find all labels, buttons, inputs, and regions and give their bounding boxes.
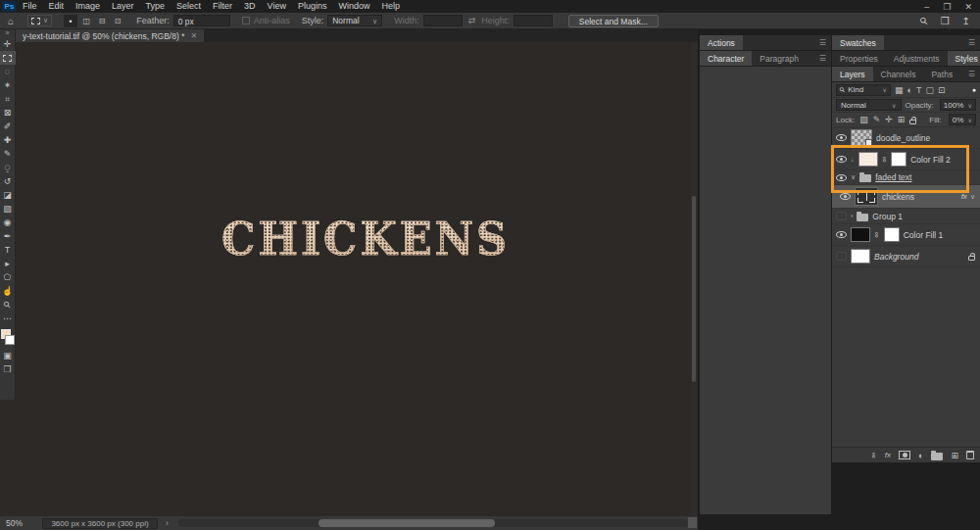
filter-toggle-icon[interactable]: ● (972, 86, 976, 93)
menu-type[interactable]: Type (140, 0, 172, 13)
minimize-button[interactable]: – (924, 2, 929, 12)
pen-tool[interactable]: ✒ (0, 229, 16, 243)
hand-tool[interactable]: ☝ (0, 284, 16, 298)
filter-adjustment-layers-icon[interactable]: ◐ (907, 85, 912, 95)
subtract-from-selection-button[interactable]: ⊟ (95, 15, 109, 27)
eyedropper-tool[interactable]: ✐ (0, 120, 16, 133)
zoom-tool[interactable]: ⚲ (0, 298, 16, 312)
mask-thumbnail[interactable] (891, 152, 906, 167)
filter-type-layers-icon[interactable]: T (916, 85, 922, 95)
adjustment-layer-icon[interactable]: ◐ (918, 451, 923, 460)
zoom-level-field[interactable]: 50% (0, 518, 28, 528)
filter-pixel-layers-icon[interactable]: ▦ (895, 85, 904, 95)
layer-row-background[interactable]: Background (832, 246, 980, 267)
layer-thumbnail[interactable] (851, 249, 870, 264)
layer-filter-kind-select[interactable]: ⚲ Kind ∨ (836, 84, 891, 96)
layer-name[interactable]: faded text (875, 172, 911, 182)
layer-name[interactable]: doodle_outline (876, 133, 930, 143)
menu-image[interactable]: Image (70, 0, 106, 13)
layer-name[interactable]: Color Fill 1 (904, 230, 944, 240)
menu-select[interactable]: Select (171, 0, 207, 13)
layer-row-color-fill-2[interactable]: ↓ ∞ Color Fill 2 (832, 149, 980, 170)
tab-styles[interactable]: Styles (948, 51, 980, 66)
object-selection-tool[interactable]: ✶ (0, 78, 16, 92)
layer-name[interactable]: Group 1 (872, 212, 903, 221)
workspace-icon[interactable]: ❐ (941, 16, 950, 26)
background-color-swatch[interactable] (5, 335, 15, 345)
smart-object-thumbnail[interactable] (855, 187, 878, 206)
filter-shape-layers-icon[interactable]: ▢ (925, 85, 934, 95)
menu-filter[interactable]: Filter (207, 0, 238, 13)
shape-tool[interactable]: ⬠ (0, 270, 16, 284)
crop-tool[interactable]: ⌗ (0, 92, 16, 106)
home-icon[interactable]: ⌂ (8, 16, 14, 26)
layer-row-group-1[interactable]: › Group 1 (832, 209, 980, 224)
panel-menu-icon[interactable]: ☰ (819, 35, 831, 50)
toolbar-expand-toggle[interactable]: » (6, 29, 10, 37)
menu-file[interactable]: File (17, 0, 43, 13)
add-to-selection-button[interactable]: ◫ (79, 15, 93, 27)
edit-toolbar-button[interactable]: ⋯ (0, 312, 16, 325)
search-icon[interactable]: ⚲ (917, 15, 930, 27)
tab-properties[interactable]: Properties (832, 51, 886, 66)
rectangular-marquee-tool[interactable] (0, 51, 16, 65)
new-layer-icon[interactable]: ⊞ (951, 451, 958, 460)
add-mask-icon[interactable] (899, 451, 910, 459)
dodge-tool[interactable]: ◉ (0, 216, 16, 229)
lasso-tool[interactable]: ◌ (0, 65, 16, 78)
panel-menu-icon[interactable]: ☰ (819, 51, 831, 66)
style-select[interactable]: Normal ∨ (327, 15, 382, 26)
delete-layer-icon[interactable] (966, 451, 974, 459)
tab-actions[interactable]: Actions (700, 35, 743, 50)
lock-all-icon[interactable] (909, 120, 916, 124)
fill-thumbnail[interactable] (851, 227, 870, 242)
fill-thumbnail[interactable] (858, 152, 878, 167)
gradient-tool[interactable]: ▧ (0, 202, 16, 216)
visibility-eye-empty[interactable] (836, 252, 847, 261)
history-brush-tool[interactable]: ↺ (0, 174, 16, 188)
layer-row-color-fill-1[interactable]: ∞ Color Fill 1 (832, 224, 980, 246)
layer-row-chickens[interactable]: chickens fx∨ (832, 185, 980, 209)
layer-thumbnail[interactable] (851, 129, 872, 146)
new-group-icon[interactable] (931, 453, 943, 460)
brush-tool[interactable]: ✎ (0, 147, 16, 161)
fx-chevron-icon[interactable]: ∨ (970, 193, 975, 201)
visibility-eye-icon[interactable] (836, 156, 847, 163)
tab-adjustments[interactable]: Adjustments (886, 51, 948, 66)
menu-plugins[interactable]: Plugins (292, 0, 333, 13)
layer-name[interactable]: chickens (882, 192, 914, 202)
blend-mode-select[interactable]: Normal ∨ (836, 99, 902, 111)
fx-badge[interactable]: fx (961, 192, 967, 201)
tab-channels[interactable]: Channels (873, 67, 924, 81)
menu-window[interactable]: Window (333, 0, 376, 13)
new-selection-button[interactable]: ▪ (64, 15, 77, 27)
frame-tool[interactable]: ⊠ (0, 106, 16, 120)
layer-style-icon[interactable]: fx (885, 451, 891, 459)
tab-paths[interactable]: Paths (923, 67, 960, 81)
menu-edit[interactable]: Edit (43, 0, 71, 13)
lock-transparency-icon[interactable]: ▨ (859, 115, 868, 124)
spot-healing-tool[interactable]: ✚ (0, 133, 16, 147)
screen-mode-button[interactable]: ❐ (0, 362, 16, 376)
height-input[interactable] (514, 15, 553, 26)
vertical-scrollbar-thumb[interactable] (692, 196, 696, 382)
clone-stamp-tool[interactable]: ⍜ (0, 161, 16, 174)
panel-menu-icon[interactable]: ☰ (968, 35, 980, 50)
quick-mask-button[interactable]: ▣ (0, 349, 16, 362)
type-tool[interactable]: T (0, 243, 16, 257)
opacity-select[interactable]: 100% ∨ (940, 99, 976, 111)
tab-layers[interactable]: Layers (832, 67, 873, 81)
layer-row-faded-text-group[interactable]: ∨ faded text (832, 170, 980, 185)
restore-button[interactable]: ❐ (943, 2, 951, 12)
menu-3d[interactable]: 3D (238, 0, 262, 13)
layer-name[interactable]: Background (874, 252, 918, 262)
horizontal-scrollbar-thumb[interactable] (318, 519, 495, 527)
close-button[interactable]: ✕ (964, 2, 972, 12)
tab-character[interactable]: Character (700, 51, 752, 66)
visibility-eye-icon[interactable] (836, 231, 847, 238)
expand-chevron-icon[interactable]: ∨ (851, 173, 856, 181)
link-layers-icon[interactable]: ∞ (869, 453, 878, 458)
layer-name[interactable]: Color Fill 2 (910, 155, 951, 165)
antialias-checkbox[interactable] (242, 17, 250, 24)
lock-artboard-icon[interactable]: ⊞ (898, 115, 906, 124)
